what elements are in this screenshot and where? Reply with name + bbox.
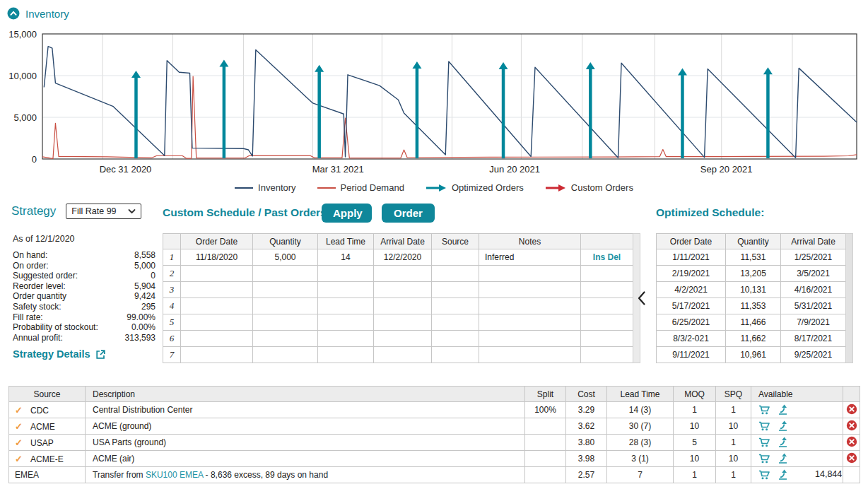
arrival-date-cell[interactable]: 12/2/2020 (374, 249, 432, 266)
insert-row-link[interactable]: Ins (593, 252, 605, 262)
x-axis-tick-label: Sep 20 2021 (700, 164, 753, 175)
order-from-source-button[interactable] (758, 420, 770, 432)
collapse-icon[interactable] (7, 7, 20, 20)
order-date-cell[interactable] (181, 298, 253, 314)
chevron-down-icon (128, 208, 136, 214)
row-number: 1 (163, 249, 181, 266)
source-cell[interactable] (432, 314, 479, 331)
cost-cell: 3.80 (566, 435, 607, 451)
notes-cell[interactable]: Inferred (479, 249, 581, 266)
order-date-cell[interactable] (181, 331, 253, 347)
optimized-schedule-cell: 4/2/2021 (657, 282, 726, 298)
quantity-cell[interactable]: 5,000 (253, 249, 318, 266)
y-axis-tick-label: 0 (32, 154, 37, 165)
inventory-section-header[interactable]: Inventory (7, 7, 69, 20)
quantity-cell[interactable] (253, 347, 318, 363)
source-row: ✓USAPUSA Parts (ground)3.8028 (3)51 (9, 435, 860, 451)
arrival-date-cell[interactable] (374, 266, 432, 282)
takeoff-arrow-icon (778, 453, 790, 464)
source-cell[interactable] (432, 282, 479, 298)
row-actions-cell (581, 266, 633, 282)
collapse-left-chevron-icon[interactable] (637, 290, 646, 309)
quantity-cell[interactable] (253, 298, 318, 314)
notes-cell[interactable] (479, 266, 581, 282)
notes-cell[interactable] (479, 298, 581, 314)
notes-cell[interactable] (479, 314, 581, 331)
source-cell[interactable] (432, 347, 479, 363)
order-from-source-button[interactable] (758, 404, 770, 416)
order-date-cell[interactable] (181, 282, 253, 298)
legend-item: Inventory (235, 182, 295, 193)
order-from-source-button[interactable] (758, 453, 770, 464)
source-row: ✓CDCCentral Distribution Center100%3.291… (9, 402, 860, 418)
source-cell[interactable] (432, 331, 479, 347)
moq-cell: 10 (674, 451, 716, 467)
custom-schedule-row: 5 (163, 314, 633, 331)
stat-row: On order:5,000 (13, 261, 156, 271)
order-button[interactable]: Order (382, 204, 435, 223)
apply-button[interactable]: Apply (322, 204, 372, 223)
strategy-title: Strategy (11, 204, 56, 218)
lead-time-cell[interactable]: 14 (318, 249, 374, 266)
notes-cell[interactable] (479, 282, 581, 298)
strategy-dropdown-value: Fill Rate 99 (71, 206, 116, 216)
expedite-source-button[interactable] (778, 437, 790, 448)
spq-cell: 1 (716, 435, 751, 451)
notes-cell[interactable] (479, 331, 581, 347)
cost-cell: 3.29 (566, 402, 607, 418)
source-name: ACME (30, 422, 55, 432)
custom-schedule-row: 4 (163, 298, 633, 314)
delete-source-button[interactable] (846, 436, 857, 447)
lead-time-cell[interactable] (318, 314, 374, 331)
delete-cell (843, 402, 860, 418)
delete-cell (843, 467, 860, 483)
source-cell[interactable] (432, 298, 479, 314)
quantity-cell[interactable] (253, 314, 318, 331)
expedite-source-button[interactable] (778, 404, 790, 416)
order-from-source-button[interactable] (758, 469, 770, 481)
spq-cell: 10 (716, 418, 751, 435)
takeoff-arrow-icon (778, 404, 790, 416)
arrival-date-cell[interactable] (374, 298, 432, 314)
takeoff-arrow-icon (778, 420, 790, 432)
quantity-cell[interactable] (253, 282, 318, 298)
strategy-details-link[interactable]: Strategy Details (13, 348, 106, 360)
expedite-source-button[interactable] (778, 420, 790, 432)
y-axis-tick-label: 5,000 (13, 112, 37, 123)
source-cell[interactable] (432, 266, 479, 282)
expedite-source-button[interactable] (778, 453, 790, 464)
arrival-date-cell[interactable] (374, 314, 432, 331)
lead-time-cell[interactable] (318, 266, 374, 282)
expedite-source-button[interactable] (778, 469, 790, 481)
delete-source-button[interactable] (846, 452, 857, 464)
strategy-dropdown[interactable]: Fill Rate 99 (66, 204, 141, 219)
order-date-cell[interactable] (181, 347, 253, 363)
source-cell[interactable] (432, 249, 479, 266)
lead-time-cell[interactable] (318, 331, 374, 347)
optimized-schedule-cell: 3/5/2021 (781, 266, 846, 282)
lead-time-cell[interactable] (318, 298, 374, 314)
quantity-cell[interactable] (253, 331, 318, 347)
y-axis-tick-label: 15,000 (8, 29, 37, 40)
sources-column-header: SPQ (716, 387, 751, 402)
optimized-schedule-scrollbar[interactable] (845, 233, 853, 363)
order-date-cell[interactable] (181, 266, 253, 282)
lead-time-cell[interactable] (318, 347, 374, 363)
period-demand-line-swatch-icon (317, 187, 336, 189)
order-from-source-button[interactable] (758, 437, 770, 448)
x-axis-tick-label: Dec 31 2020 (100, 164, 152, 175)
arrival-date-cell[interactable] (374, 282, 432, 298)
delete-row-link[interactable]: Del (608, 252, 621, 262)
order-date-cell[interactable]: 11/18/2020 (181, 249, 253, 266)
delete-source-button[interactable] (846, 403, 857, 415)
stat-value: 5,904 (134, 281, 156, 292)
quantity-cell[interactable] (253, 266, 318, 282)
split-cell (525, 435, 566, 451)
arrival-date-cell[interactable] (374, 331, 432, 347)
delete-source-button[interactable] (846, 420, 857, 431)
sku-transfer-link[interactable]: SKU100 EMEA (146, 470, 203, 480)
lead-time-cell[interactable] (318, 282, 374, 298)
order-date-cell[interactable] (181, 314, 253, 331)
notes-cell[interactable] (479, 347, 581, 363)
arrival-date-cell[interactable] (374, 347, 432, 363)
